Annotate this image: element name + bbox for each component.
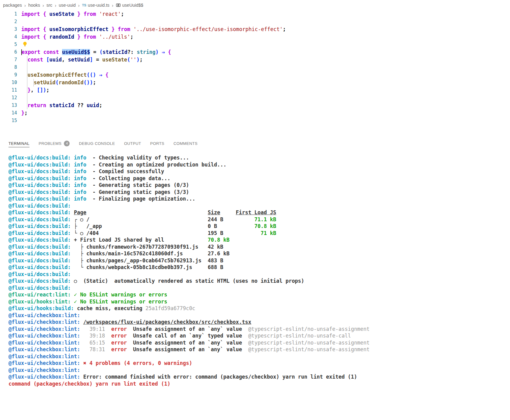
terminal-text	[242, 333, 248, 339]
code-line[interactable]: 6export const useUuid$$ = (staticId?: st…	[0, 48, 510, 56]
terminal-text: ├ chunks/framework-267b772870930f91.js	[74, 244, 198, 250]
tab-label: PROBLEMS	[39, 141, 61, 146]
breadcrumb-item-src[interactable]: src	[47, 3, 52, 8]
terminal-text: └ ○ /404	[74, 230, 99, 236]
editor[interactable]: 1import { useState } from 'react';23impo…	[0, 10, 510, 124]
code-text: useIsomorphicEffect(() ⇒ {	[17, 71, 109, 79]
terminal-text: 244 B	[208, 216, 223, 222]
breadcrumb-item-packages[interactable]: packages	[3, 3, 22, 8]
terminal-text: 688 B	[208, 264, 223, 270]
terminal-text: 25a1fd59a6779c0c	[145, 305, 195, 311]
code-text: const [uuid, setUuid] = useState('');	[17, 56, 143, 64]
terminal-text: @flux-ui/checkbox:lint:	[9, 367, 80, 373]
line-number: 11	[0, 86, 17, 94]
terminal-text	[198, 244, 208, 250]
code-line[interactable]: 10 setUuid(randomId());	[0, 79, 510, 86]
terminal-text: @flux-ui/checkbox:lint:	[9, 333, 83, 339]
terminal-text: 65:15	[89, 340, 105, 346]
breadcrumb-item-use-uuid-ts[interactable]: TSuse-uuid.ts	[82, 3, 109, 8]
code-line[interactable]: 11 }, []);	[0, 86, 510, 94]
tab-output[interactable]: OUTPUT	[124, 141, 141, 146]
terminal-text: ├ /_app	[74, 223, 102, 229]
tab-terminal[interactable]: TERMINAL	[9, 141, 29, 146]
file-link[interactable]: /workspaces/flux-ui/packages/checkbox/sr…	[83, 319, 252, 325]
code-line[interactable]: 15	[0, 117, 510, 124]
terminal-line: @flux-ui/docs:build: └ ○ /404 195 B 71 k…	[9, 230, 510, 237]
terminal-text: 71 kB	[261, 230, 276, 236]
line-number: 5	[0, 41, 17, 48]
tab-label: TERMINAL	[9, 141, 29, 147]
code-area: 1import { useState } from 'react';23impo…	[0, 10, 510, 124]
breadcrumb-item-use-uuid[interactable]: use-uuid	[59, 3, 76, 8]
lightbulb-icon[interactable]	[22, 41, 28, 47]
terminal-line: @flux-ui/docs:build: ○ (Static) automati…	[9, 278, 510, 285]
terminal-text: - Checking validity of types...	[86, 155, 189, 161]
code-line[interactable]: 4import { randomId } from '../utils';	[0, 33, 510, 41]
breadcrumb-item-hooks[interactable]: hooks	[28, 3, 40, 8]
code-line[interactable]: 9 useIsomorphicEffect(() ⇒ {	[0, 71, 510, 79]
code-line[interactable]: 13 return staticId ?? uuid;	[0, 102, 510, 109]
chevron-right-icon: ›	[24, 3, 26, 8]
code-line[interactable]: 7 const [uuid, setUuid] = useState('');	[0, 56, 510, 64]
panel-tabs: TERMINALPROBLEMS4DEBUG CONSOLEOUTPUTPORT…	[0, 138, 510, 149]
terminal-text	[105, 333, 111, 339]
terminal-text	[83, 340, 89, 346]
code-line[interactable]: 3import { useIsomorphicEffect } from '..…	[0, 26, 510, 33]
breadcrumb-item-useuuid[interactable]: useUuid$$	[116, 3, 143, 8]
line-number: 7	[0, 56, 17, 64]
terminal-text: info	[74, 168, 86, 174]
terminal-line: @flux-ui/docs:build: info - Checking val…	[9, 154, 510, 161]
terminal-line: @flux-ui/react:lint: ✓ No ESLint warning…	[9, 291, 510, 298]
tab-comments[interactable]: COMMENTS	[173, 141, 197, 146]
terminal-text: - Collecting page data...	[86, 175, 170, 181]
terminal-text	[220, 209, 236, 215]
terminal-text	[202, 257, 208, 264]
line-number: 6	[0, 48, 17, 56]
terminal-text: 195 B	[208, 230, 223, 236]
code-text: import { useIsomorphicEffect } from '../…	[17, 26, 286, 33]
chevron-right-icon: ›	[78, 3, 80, 8]
terminal-text: info	[74, 162, 86, 168]
terminal-text: @flux-ui/hooks:build:	[9, 305, 77, 311]
terminal-output[interactable]: @flux-ui/docs:build: info - Checking val…	[0, 149, 510, 387]
tab-ports[interactable]: PORTS	[150, 141, 165, 146]
terminal-line: @flux-ui/docs:build: + First Load JS sha…	[9, 236, 510, 243]
tab-label: DEBUG CONSOLE	[79, 141, 115, 146]
code-line[interactable]: 14};	[0, 109, 510, 117]
tab-debug-console[interactable]: DEBUG CONSOLE	[79, 141, 115, 146]
terminal-text: @flux-ui/docs:build:	[9, 278, 74, 284]
terminal-text: @typescript-eslint/no-unsafe-assignment	[248, 326, 369, 332]
terminal-text	[223, 230, 261, 236]
problems-count-badge: 4	[64, 141, 70, 146]
terminal-text: 70.8 kB	[255, 223, 276, 229]
tab-label: COMMENTS	[173, 141, 197, 146]
code-line[interactable]: 1import { useState } from 'react';	[0, 10, 510, 18]
terminal-line: @flux-ui/docs:build: Page Size First Loa…	[9, 209, 510, 216]
terminal-text: @flux-ui/docs:build:	[9, 175, 74, 181]
code-line[interactable]: 2	[0, 18, 510, 26]
terminal-line: @flux-ui/hooks:lint: ✓ No ESLint warning…	[9, 298, 510, 305]
code-line[interactable]: 12	[0, 94, 510, 102]
terminal-text	[102, 223, 208, 229]
terminal-text	[83, 333, 89, 339]
code-text: setUuid(randomId());	[17, 79, 96, 86]
terminal-text: Unsafe assignment of an `any` value	[133, 340, 242, 346]
tab-problems[interactable]: PROBLEMS4	[39, 141, 70, 146]
terminal-text: 39:11	[89, 326, 105, 332]
terminal-text: Size	[208, 209, 220, 215]
line-number: 3	[0, 26, 17, 33]
terminal-text: @flux-ui/checkbox:lint:	[9, 346, 83, 352]
terminal-text: - Generating static pages (3/3)	[86, 189, 189, 195]
terminal-text: @flux-ui/checkbox:lint:	[9, 312, 80, 318]
breadcrumb-label: use-uuid.ts	[88, 3, 109, 8]
code-line[interactable]: 5	[0, 41, 510, 48]
terminal-text: ✓ No ESLint warnings or errors	[74, 299, 167, 305]
terminal-line: @flux-ui/checkbox:lint:	[9, 312, 510, 319]
line-number: 14	[0, 109, 17, 117]
line-number: 13	[0, 102, 17, 109]
terminal-text	[105, 346, 111, 352]
terminal-text: @flux-ui/docs:build:	[9, 196, 74, 202]
terminal-text: @flux-ui/docs:build:	[9, 230, 74, 236]
terminal-line: @flux-ui/checkbox:lint: 65:15 error Unsa…	[9, 339, 510, 346]
code-line[interactable]: 8	[0, 64, 510, 71]
